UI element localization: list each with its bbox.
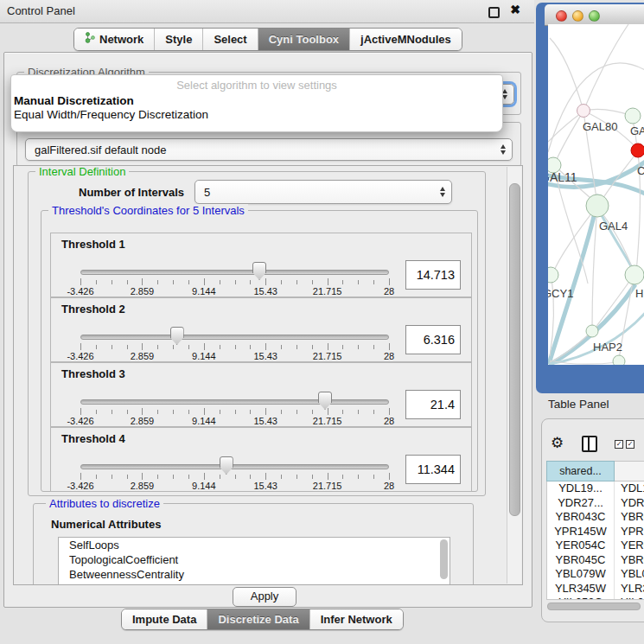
tab-select[interactable]: Select: [202, 29, 257, 50]
cell-name[interactable]: YPR1: [615, 525, 644, 539]
dropdown-option-equal-width[interactable]: Equal Width/Frequency Discretization: [11, 108, 502, 122]
cell-shared-name[interactable]: YER054C: [547, 539, 615, 553]
cell-name[interactable]: YBR0: [615, 553, 644, 568]
tab-jactivemnodules[interactable]: jActiveMNodules: [349, 29, 462, 50]
cell-name[interactable]: YBR0: [615, 510, 644, 525]
list-item[interactable]: TopologicalCoefficient: [59, 552, 450, 567]
slider-track[interactable]: [80, 335, 389, 340]
tab-label: jActiveMNodules: [360, 29, 451, 49]
top-tabbar: Network Style Select Cyni Toolbox jActiv…: [73, 28, 462, 51]
cell-name[interactable]: YDR2: [615, 496, 644, 511]
table-data-select[interactable]: galFiltered.sif default node: [25, 138, 513, 161]
cell-shared-name[interactable]: YIL052C: [547, 596, 615, 600]
split-columns-icon[interactable]: [582, 436, 597, 452]
cell-name[interactable]: YER0: [615, 539, 644, 553]
cell-name[interactable]: YLR3: [615, 582, 644, 596]
table-row[interactable]: YER054C YER0: [547, 539, 644, 553]
tab-network[interactable]: Network: [74, 29, 154, 50]
cell-name[interactable]: YIL0: [615, 596, 644, 600]
slider-thumb[interactable]: [252, 262, 266, 280]
list-item[interactable]: SelfLoops: [59, 538, 450, 552]
slider-track[interactable]: [80, 399, 389, 405]
slider-thumb[interactable]: [318, 392, 332, 410]
tick-mark: [80, 278, 81, 285]
network-node[interactable]: [548, 267, 558, 283]
slider-track[interactable]: [80, 464, 389, 469]
threshold-value-field[interactable]: 14.713: [405, 260, 461, 290]
network-edge[interactable]: [555, 111, 583, 163]
cell-shared-name[interactable]: YBR045C: [547, 553, 615, 568]
table-row[interactable]: YBR045C YBR0: [547, 553, 644, 568]
cell-shared-name[interactable]: YDR27...: [547, 496, 615, 511]
network-node[interactable]: [613, 355, 625, 365]
zoom-traffic-light[interactable]: [589, 10, 600, 22]
checkbox-checked-icon[interactable]: ✓: [626, 440, 634, 449]
tick-mark: [328, 473, 328, 480]
table-row[interactable]: YBR043C YBR0: [547, 510, 644, 525]
horizontal-scrollbar[interactable]: [546, 603, 643, 609]
network-edge[interactable]: [548, 112, 583, 142]
network-edge[interactable]: [550, 38, 583, 111]
network-edge[interactable]: [548, 63, 644, 152]
cell-shared-name[interactable]: YLR345W: [547, 582, 615, 596]
network-node[interactable]: [577, 105, 590, 118]
threshold-value-field[interactable]: 11.344: [405, 455, 461, 484]
cell-shared-name[interactable]: YDL19...: [547, 481, 615, 496]
network-edge[interactable]: [583, 24, 628, 111]
network-node[interactable]: [586, 194, 609, 217]
tick-mark: [373, 410, 374, 414]
tick-mark: [281, 280, 282, 284]
table-row[interactable]: YLR345W YLR3: [547, 582, 644, 596]
scrollbar-thumb[interactable]: [547, 603, 641, 610]
network-node[interactable]: [586, 325, 598, 337]
network-edge[interactable]: [595, 277, 633, 328]
slider-thumb[interactable]: [220, 456, 233, 475]
table-row[interactable]: YDL19... YDL1: [547, 481, 644, 496]
tab-impute-data[interactable]: Impute Data: [122, 609, 207, 629]
slider-track[interactable]: [80, 270, 389, 275]
cell-shared-name[interactable]: YPR145W: [547, 525, 615, 539]
list-item[interactable]: BetweennessCentrality: [59, 567, 450, 582]
list-scrollbar-thumb[interactable]: [440, 539, 448, 579]
close-traffic-light[interactable]: [556, 10, 567, 22]
column-header-name[interactable]: n: [615, 461, 644, 481]
tick-label: 2.859: [131, 286, 155, 296]
checkbox-checked-icon[interactable]: ✓: [615, 440, 623, 449]
gear-icon[interactable]: ⚙: [551, 434, 564, 452]
network-canvas[interactable]: GAL80GACGAL11GAL4GCY1HHAP2: [548, 24, 644, 365]
threshold-value-field[interactable]: 6.316: [405, 325, 461, 354]
threshold-value-field[interactable]: 21.4: [405, 390, 461, 419]
cell-shared-name[interactable]: YBL079W: [547, 567, 615, 582]
network-node[interactable]: [625, 108, 641, 124]
slider-thumb[interactable]: [170, 327, 184, 345]
close-icon[interactable]: ✖: [510, 3, 520, 16]
tab-cyni-toolbox[interactable]: Cyni Toolbox: [258, 29, 349, 50]
scrollbar-thumb[interactable]: [509, 183, 520, 516]
cell-name[interactable]: YDL1: [615, 481, 644, 496]
network-node[interactable]: [625, 265, 644, 284]
vertical-scrollbar[interactable]: [507, 167, 521, 583]
cell-name[interactable]: YBL0: [615, 567, 644, 582]
table-row[interactable]: YBL079W YBL0: [547, 567, 644, 582]
cell-shared-name[interactable]: YBR043C: [547, 510, 615, 525]
tick-label: 21.715: [313, 351, 342, 361]
tab-discretize-data[interactable]: Discretize Data: [207, 609, 309, 629]
apply-button[interactable]: Apply: [233, 587, 296, 607]
float-window-icon[interactable]: [488, 7, 500, 18]
minimize-traffic-light[interactable]: [572, 10, 583, 22]
table-row[interactable]: YIL052C YIL0: [547, 596, 644, 600]
table-row[interactable]: YPR145W YPR1: [547, 525, 644, 539]
node-label: GCY1: [548, 287, 573, 300]
tick-mark: [328, 278, 328, 285]
num-intervals-select[interactable]: 5: [194, 180, 452, 204]
tab-infer-network[interactable]: Infer Network: [309, 609, 403, 629]
threshold-row: Threshold 4 -3.4262.8599.14415.4321.7152…: [50, 427, 472, 492]
column-header-shared-name[interactable]: shared...: [546, 461, 615, 481]
table-row[interactable]: YDR27... YDR2: [547, 496, 644, 511]
network-node[interactable]: [631, 143, 644, 157]
tick-mark: [328, 343, 328, 350]
tab-style[interactable]: Style: [154, 29, 202, 50]
tick-mark: [142, 343, 143, 350]
network-window-titlebar[interactable]: [545, 4, 644, 26]
dropdown-option-manual[interactable]: Manual Discretization: [11, 94, 502, 108]
